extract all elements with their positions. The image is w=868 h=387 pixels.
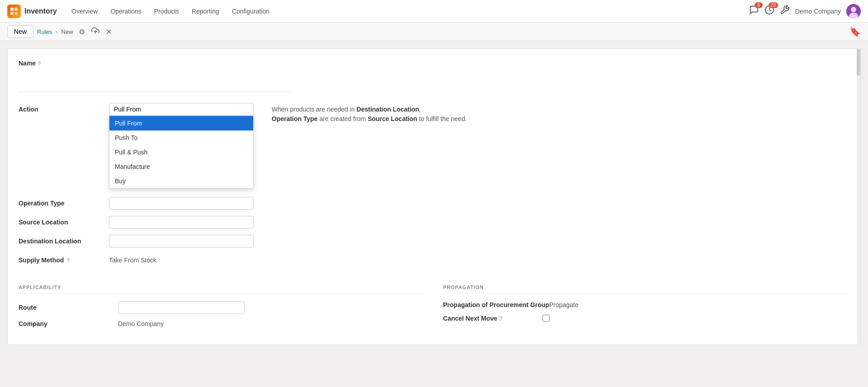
applicability-section: APPLICABILITY Route Company Demo Company (19, 284, 425, 334)
nav-configuration[interactable]: Configuration (226, 5, 275, 18)
company-name: Demo Company (795, 8, 841, 15)
operation-type-input[interactable] (109, 197, 254, 210)
dropdown-item-pull-push[interactable]: Pull & Push (109, 145, 253, 159)
breadcrumb-separator: › (56, 28, 57, 35)
supply-method-label: Supply Method ? (19, 254, 109, 264)
settings-button[interactable] (780, 5, 790, 17)
new-button[interactable]: New (7, 25, 33, 38)
clock-badge: 23 (769, 2, 778, 8)
dropdown-item-push-to[interactable]: Push To (109, 131, 253, 145)
toolbar: New Rules › New ⚙ ✕ 🔖 (0, 23, 868, 41)
dest-location-label: Destination Location (19, 235, 109, 245)
desc-dest: Destination Location (357, 106, 419, 113)
cancel-next-help[interactable]: ? (499, 316, 502, 322)
operation-type-label: Operation Type (19, 197, 109, 207)
svg-rect-0 (10, 8, 14, 11)
user-avatar[interactable] (846, 4, 861, 19)
supply-method-row: Supply Method ? Take From Stock (19, 254, 254, 264)
desc-source: Source Location (368, 115, 417, 122)
scroll-thumb[interactable] (857, 49, 860, 76)
route-label: Route (19, 304, 118, 311)
svg-rect-1 (14, 8, 18, 11)
nav-overview[interactable]: Overview (66, 5, 103, 18)
company-row: Company Demo Company (19, 320, 425, 327)
dest-location-input[interactable] (109, 235, 254, 247)
dropdown-item-manufacture[interactable]: Manufacture (109, 159, 253, 174)
source-location-input[interactable] (109, 216, 254, 228)
dest-location-row: Destination Location (19, 235, 254, 247)
svg-rect-2 (10, 12, 14, 15)
action-select[interactable]: Pull From Push To Pull & Push Manufactur… (109, 103, 254, 116)
applicability-title: APPLICABILITY (19, 284, 425, 294)
action-row: Action Pull From Push To Pull & Push Man… (19, 103, 254, 116)
action-dropdown-wrapper: Pull From Push To Pull & Push Manufactur… (109, 103, 254, 116)
proc-group-value: Propagate (549, 301, 579, 308)
app-name: Inventory (24, 7, 57, 15)
company-label: Company (19, 320, 118, 327)
nav-reporting[interactable]: Reporting (186, 5, 225, 18)
proc-group-label: Propagation of Procurement Group (443, 301, 549, 308)
top-navigation: Inventory Overview Operations Products R… (0, 0, 868, 23)
supply-method-value: Take From Stock (109, 254, 156, 264)
operation-type-row: Operation Type (19, 197, 254, 210)
cancel-next-row: Cancel Next Move ? (443, 315, 849, 322)
dropdown-item-buy[interactable]: Buy (109, 174, 253, 188)
proc-group-row: Propagation of Procurement Group Propaga… (443, 301, 849, 308)
action-description: When products are needed in Destination … (272, 103, 467, 124)
scrollbar[interactable] (857, 49, 860, 345)
breadcrumb-current: New (61, 28, 73, 35)
nav-products[interactable]: Products (149, 5, 184, 18)
nav-items: Overview Operations Products Reporting C… (66, 5, 749, 18)
toolbar-icons: ⚙ ✕ (77, 26, 113, 37)
cancel-next-checkbox[interactable] (542, 315, 550, 322)
dropdown-item-pull-from[interactable]: Pull From (109, 116, 253, 131)
route-input[interactable] (118, 301, 245, 314)
route-row: Route (19, 301, 425, 314)
upload-icon[interactable] (90, 26, 101, 37)
name-help[interactable]: ? (38, 61, 41, 67)
settings-icon[interactable]: ⚙ (77, 27, 87, 37)
propagation-title: PROPAGATION (443, 284, 849, 294)
bookmark-icon[interactable]: 🔖 (849, 26, 861, 37)
source-location-label: Source Location (19, 216, 109, 226)
clock-button[interactable]: 23 (764, 5, 774, 17)
app-logo[interactable]: Inventory (7, 5, 57, 18)
action-label: Action (19, 103, 109, 113)
source-location-row: Source Location (19, 216, 254, 228)
messages-badge: 8 (755, 2, 763, 8)
logo-icon (7, 5, 21, 18)
company-value: Demo Company (118, 320, 164, 327)
desc-op: Operation Type (272, 115, 318, 122)
cancel-next-label: Cancel Next Move ? (443, 315, 542, 322)
name-row: Name ? (19, 60, 849, 67)
breadcrumb-parent[interactable]: Rules (37, 28, 52, 35)
name-label: Name ? (19, 60, 41, 67)
nav-operations[interactable]: Operations (105, 5, 146, 18)
discard-icon[interactable]: ✕ (104, 27, 113, 37)
svg-rect-3 (14, 12, 18, 15)
messages-button[interactable]: 8 (749, 5, 759, 17)
sections-row: APPLICABILITY Route Company Demo Company… (19, 284, 849, 334)
supply-method-help[interactable]: ? (66, 257, 70, 264)
name-input[interactable] (19, 78, 290, 92)
svg-point-6 (851, 7, 856, 12)
nav-right: 8 23 Demo Company (749, 4, 861, 19)
propagation-section: PROPAGATION Propagation of Procurement G… (443, 284, 849, 334)
main-content: Name ? Action Pull From Push To Pull & P… (7, 48, 861, 345)
action-dropdown-menu: Pull From Push To Pull & Push Manufactur… (109, 116, 254, 189)
